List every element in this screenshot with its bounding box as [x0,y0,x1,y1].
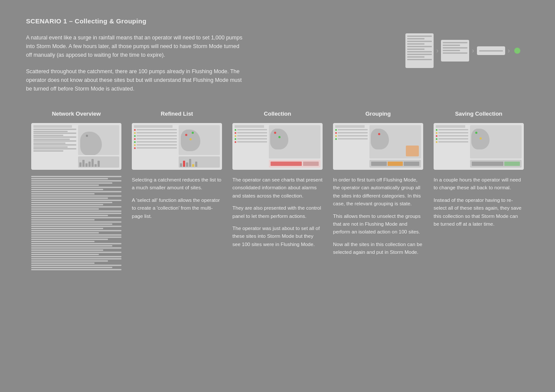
card-text-collection: The operator can see charts that present… [232,176,323,248]
flow-mini-line [407,43,424,45]
flow-mini-line [407,38,424,39]
flow-mini-line [407,49,424,50]
flow-arrow-1: › [436,47,438,55]
card-grouping: Grouping [328,110,428,270]
collection-para-3: The operator was just about to set all o… [232,224,323,248]
flow-mini-line [407,59,432,60]
grouping-para-1: In order to first turn off Flushing Mode… [333,176,423,208]
flow-arrow-3: › [508,47,510,55]
card-title-grouping: Grouping [333,110,423,117]
card-image-grouping [333,123,423,170]
card-refined-list: Refined List [127,110,227,270]
card-network-overview: Network Overview [26,110,127,270]
card-collection: Collection [227,110,328,270]
flow-mini-line [443,50,460,51]
card-title-collection: Collection [232,110,323,117]
saving-collection-para-2: Instead of the operator having to re-sel… [434,196,524,228]
network-list [31,176,121,270]
card-title-saving-collection: Saving Collection [434,110,524,117]
collection-para-1: The operator can see charts that present… [232,176,323,200]
top-section: A natural event like a surge in rainfall… [26,33,529,93]
card-image-network-overview [31,123,121,170]
flow-arrow-2: › [472,47,474,55]
card-text-refined-list: Selecting a catchment reduces the list t… [132,176,222,220]
flow-step-1 [405,33,434,68]
description-block: A natural event like a surge in rainfall… [26,33,243,93]
description-para-1: A natural event like a surge in rainfall… [26,33,243,59]
saving-collection-para-1: In a couple hours the operator will need… [434,176,524,192]
cards-section: Network Overview [26,110,529,270]
flow-step-3 [477,46,505,55]
refined-list-para-1: Selecting a catchment reduces the list t… [132,176,222,192]
flow-mini-line [479,50,503,52]
flow-diagram: › › › [243,33,529,68]
flow-mini-line [407,36,432,37]
collection-para-2: They are also presented with the control… [232,204,323,220]
card-image-refined-list [132,123,222,170]
card-title-network-overview: Network Overview [31,110,121,117]
refined-list-para-2: A 'select all' function allows the opera… [132,196,222,220]
card-text-saving-collection: In a couple hours the operator will need… [434,176,524,228]
grouping-para-2: This allows them to unselect the groups … [333,212,423,236]
flow-step-2 [441,40,469,62]
flow-mini-line [443,42,467,43]
flow-green-dot [514,48,520,54]
flow-mini-line [407,51,432,52]
card-saving-collection: Saving Collection [428,110,529,270]
flow-mini-line [407,56,424,58]
card-image-saving-collection [434,123,524,170]
description-para-2: Scattered throughout the catchment, ther… [26,67,243,93]
flow-mini-line [407,54,432,55]
card-image-collection [232,123,323,170]
page: SCENARIO 1 – Collecting & Grouping A nat… [0,0,555,288]
flow-mini-line [443,45,460,46]
card-text-grouping: In order to first turn off Flushing Mode… [333,176,423,256]
flow-mini-line [443,47,467,49]
flow-mini-line [407,46,432,47]
card-title-refined-list: Refined List [132,110,222,117]
flow-mini-line [443,52,467,54]
flow-mini-line [407,41,432,42]
grouping-para-3: Now all the sites in this collection can… [333,240,423,256]
scenario-title: SCENARIO 1 – Collecting & Grouping [26,17,529,25]
